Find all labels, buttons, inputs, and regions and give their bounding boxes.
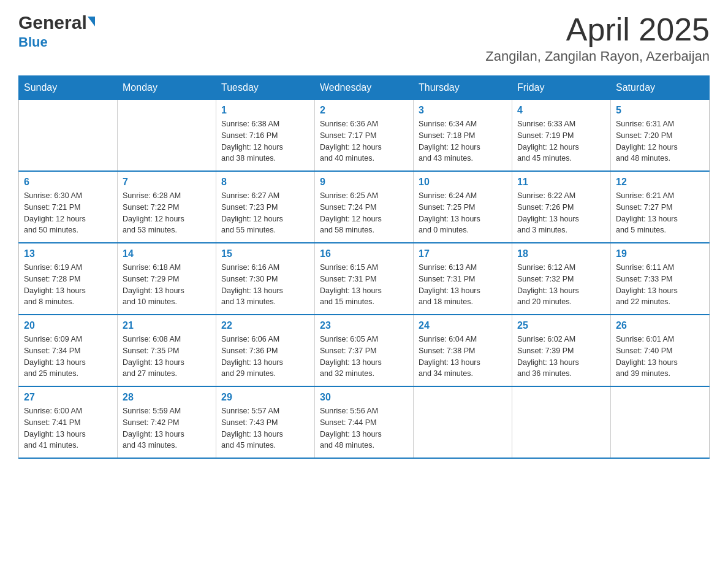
- day-number: 11: [517, 177, 605, 188]
- calendar-cell: 15Sunrise: 6:16 AMSunset: 7:30 PMDayligh…: [216, 243, 315, 315]
- calendar-cell: 20Sunrise: 6:09 AMSunset: 7:34 PMDayligh…: [19, 315, 118, 386]
- calendar-cell: 14Sunrise: 6:18 AMSunset: 7:29 PMDayligh…: [118, 243, 216, 315]
- calendar-cell: 9Sunrise: 6:25 AMSunset: 7:24 PMDaylight…: [315, 171, 414, 243]
- calendar-body: 1Sunrise: 6:38 AMSunset: 7:16 PMDaylight…: [19, 100, 710, 459]
- page-header: General Blue April 2025 Zangilan, Zangil…: [18, 12, 710, 64]
- logo-arrow-icon: [88, 17, 95, 26]
- calendar-cell: 16Sunrise: 6:15 AMSunset: 7:31 PMDayligh…: [315, 243, 414, 315]
- day-number: 29: [221, 392, 309, 403]
- day-info: Sunrise: 6:05 AMSunset: 7:37 PMDaylight:…: [320, 334, 408, 380]
- calendar-week-5: 27Sunrise: 6:00 AMSunset: 7:41 PMDayligh…: [19, 386, 710, 458]
- day-info: Sunrise: 6:08 AMSunset: 7:35 PMDaylight:…: [123, 334, 211, 380]
- day-number: 23: [320, 320, 408, 331]
- day-info: Sunrise: 6:11 AMSunset: 7:33 PMDaylight:…: [616, 262, 704, 308]
- day-number: 15: [221, 248, 309, 259]
- day-number: 9: [320, 177, 408, 188]
- weekday-header-thursday: Thursday: [414, 76, 512, 100]
- calendar-cell: 4Sunrise: 6:33 AMSunset: 7:19 PMDaylight…: [512, 100, 611, 172]
- calendar-week-1: 1Sunrise: 6:38 AMSunset: 7:16 PMDaylight…: [19, 100, 710, 172]
- calendar-cell: 26Sunrise: 6:01 AMSunset: 7:40 PMDayligh…: [611, 315, 710, 386]
- day-number: 10: [419, 177, 507, 188]
- calendar-cell: 11Sunrise: 6:22 AMSunset: 7:26 PMDayligh…: [512, 171, 611, 243]
- weekday-header-tuesday: Tuesday: [216, 76, 315, 100]
- day-info: Sunrise: 6:16 AMSunset: 7:30 PMDaylight:…: [221, 262, 309, 308]
- calendar-cell: 24Sunrise: 6:04 AMSunset: 7:38 PMDayligh…: [414, 315, 512, 386]
- calendar-cell: 25Sunrise: 6:02 AMSunset: 7:39 PMDayligh…: [512, 315, 611, 386]
- calendar-cell: 12Sunrise: 6:21 AMSunset: 7:27 PMDayligh…: [611, 171, 710, 243]
- day-info: Sunrise: 6:04 AMSunset: 7:38 PMDaylight:…: [419, 334, 507, 380]
- day-info: Sunrise: 6:28 AMSunset: 7:22 PMDaylight:…: [123, 190, 211, 236]
- day-number: 5: [616, 105, 704, 116]
- day-info: Sunrise: 6:13 AMSunset: 7:31 PMDaylight:…: [419, 262, 507, 308]
- day-info: Sunrise: 5:57 AMSunset: 7:43 PMDaylight:…: [221, 405, 309, 451]
- day-number: 16: [320, 248, 408, 259]
- calendar-cell: 27Sunrise: 6:00 AMSunset: 7:41 PMDayligh…: [19, 386, 118, 458]
- day-number: 26: [616, 320, 704, 331]
- day-number: 8: [221, 177, 309, 188]
- day-number: 4: [517, 105, 605, 116]
- calendar-cell: 17Sunrise: 6:13 AMSunset: 7:31 PMDayligh…: [414, 243, 512, 315]
- calendar-header: SundayMondayTuesdayWednesdayThursdayFrid…: [19, 76, 710, 100]
- day-number: 12: [616, 177, 704, 188]
- weekday-header-monday: Monday: [118, 76, 216, 100]
- day-info: Sunrise: 6:06 AMSunset: 7:36 PMDaylight:…: [221, 334, 309, 380]
- day-number: 17: [419, 248, 507, 259]
- day-number: 6: [24, 177, 112, 188]
- page-subtitle: Zangilan, Zangilan Rayon, Azerbaijan: [485, 48, 710, 64]
- calendar-cell: [611, 386, 710, 458]
- day-info: Sunrise: 6:18 AMSunset: 7:29 PMDaylight:…: [123, 262, 211, 308]
- day-number: 22: [221, 320, 309, 331]
- logo-general-text: General: [18, 12, 87, 33]
- weekday-header-saturday: Saturday: [611, 76, 710, 100]
- calendar-cell: 23Sunrise: 6:05 AMSunset: 7:37 PMDayligh…: [315, 315, 414, 386]
- weekday-header-wednesday: Wednesday: [315, 76, 414, 100]
- calendar-cell: [512, 386, 611, 458]
- day-info: Sunrise: 6:12 AMSunset: 7:32 PMDaylight:…: [517, 262, 605, 308]
- calendar-cell: 22Sunrise: 6:06 AMSunset: 7:36 PMDayligh…: [216, 315, 315, 386]
- day-number: 30: [320, 392, 408, 403]
- day-number: 1: [221, 105, 309, 116]
- weekday-header-sunday: Sunday: [19, 76, 118, 100]
- calendar-cell: 7Sunrise: 6:28 AMSunset: 7:22 PMDaylight…: [118, 171, 216, 243]
- calendar-cell: [414, 386, 512, 458]
- calendar-cell: [19, 100, 118, 172]
- calendar-table: SundayMondayTuesdayWednesdayThursdayFrid…: [18, 75, 710, 459]
- day-info: Sunrise: 6:33 AMSunset: 7:19 PMDaylight:…: [517, 118, 605, 164]
- day-number: 19: [616, 248, 704, 259]
- day-number: 7: [123, 177, 211, 188]
- day-info: Sunrise: 6:02 AMSunset: 7:39 PMDaylight:…: [517, 334, 605, 380]
- logo: General Blue: [18, 12, 95, 50]
- calendar-week-3: 13Sunrise: 6:19 AMSunset: 7:28 PMDayligh…: [19, 243, 710, 315]
- calendar-cell: 21Sunrise: 6:08 AMSunset: 7:35 PMDayligh…: [118, 315, 216, 386]
- day-number: 20: [24, 320, 112, 331]
- calendar-cell: [118, 100, 216, 172]
- day-number: 28: [123, 392, 211, 403]
- day-info: Sunrise: 6:00 AMSunset: 7:41 PMDaylight:…: [24, 405, 112, 451]
- day-number: 21: [123, 320, 211, 331]
- day-number: 24: [419, 320, 507, 331]
- day-info: Sunrise: 6:30 AMSunset: 7:21 PMDaylight:…: [24, 190, 112, 236]
- day-info: Sunrise: 5:59 AMSunset: 7:42 PMDaylight:…: [123, 405, 211, 451]
- calendar-cell: 29Sunrise: 5:57 AMSunset: 7:43 PMDayligh…: [216, 386, 315, 458]
- calendar-cell: 19Sunrise: 6:11 AMSunset: 7:33 PMDayligh…: [611, 243, 710, 315]
- day-info: Sunrise: 6:22 AMSunset: 7:26 PMDaylight:…: [517, 190, 605, 236]
- calendar-week-2: 6Sunrise: 6:30 AMSunset: 7:21 PMDaylight…: [19, 171, 710, 243]
- calendar-cell: 2Sunrise: 6:36 AMSunset: 7:17 PMDaylight…: [315, 100, 414, 172]
- day-info: Sunrise: 6:31 AMSunset: 7:20 PMDaylight:…: [616, 118, 704, 164]
- calendar-cell: 18Sunrise: 6:12 AMSunset: 7:32 PMDayligh…: [512, 243, 611, 315]
- title-block: April 2025 Zangilan, Zangilan Rayon, Aze…: [485, 12, 710, 64]
- day-number: 13: [24, 248, 112, 259]
- calendar-cell: 3Sunrise: 6:34 AMSunset: 7:18 PMDaylight…: [414, 100, 512, 172]
- logo-blue-text: Blue: [18, 34, 48, 50]
- calendar-cell: 10Sunrise: 6:24 AMSunset: 7:25 PMDayligh…: [414, 171, 512, 243]
- calendar-cell: 5Sunrise: 6:31 AMSunset: 7:20 PMDaylight…: [611, 100, 710, 172]
- calendar-week-4: 20Sunrise: 6:09 AMSunset: 7:34 PMDayligh…: [19, 315, 710, 386]
- day-info: Sunrise: 6:09 AMSunset: 7:34 PMDaylight:…: [24, 334, 112, 380]
- calendar-cell: 8Sunrise: 6:27 AMSunset: 7:23 PMDaylight…: [216, 171, 315, 243]
- day-info: Sunrise: 6:19 AMSunset: 7:28 PMDaylight:…: [24, 262, 112, 308]
- day-info: Sunrise: 5:56 AMSunset: 7:44 PMDaylight:…: [320, 405, 408, 451]
- day-number: 25: [517, 320, 605, 331]
- calendar-cell: 6Sunrise: 6:30 AMSunset: 7:21 PMDaylight…: [19, 171, 118, 243]
- calendar-cell: 28Sunrise: 5:59 AMSunset: 7:42 PMDayligh…: [118, 386, 216, 458]
- day-info: Sunrise: 6:01 AMSunset: 7:40 PMDaylight:…: [616, 334, 704, 380]
